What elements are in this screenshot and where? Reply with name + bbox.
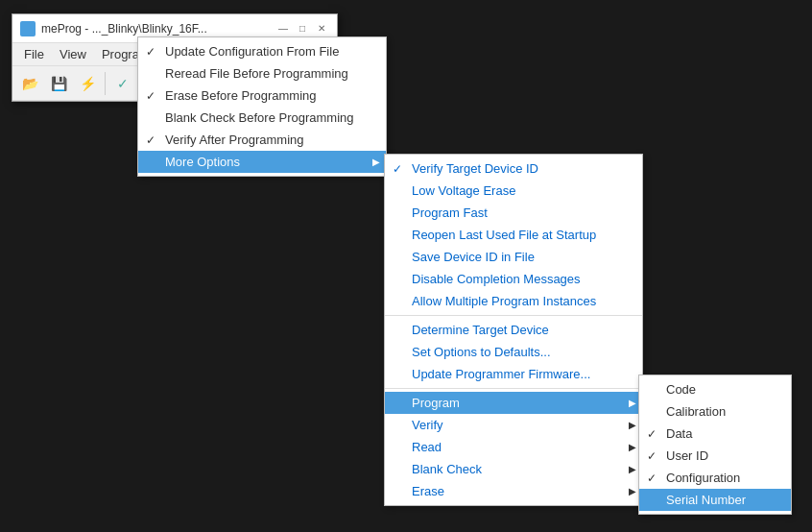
more-options-dropdown: ✓ Verify Target Device ID Low Voltage Er…	[384, 154, 643, 506]
submenu-arrow-icon: ▶	[629, 486, 636, 496]
separator	[385, 388, 642, 389]
menu-update-firmware[interactable]: Update Programmer Firmware...	[385, 363, 642, 385]
menu-erase-sub[interactable]: Erase ▶	[385, 480, 642, 502]
toolbar-verify[interactable]: ✓	[109, 70, 136, 97]
menu-code[interactable]: Code	[639, 378, 791, 400]
menu-disable-completion[interactable]: Disable Completion Messages	[385, 268, 642, 290]
menu-reread-file[interactable]: Reread File Before Programming	[138, 62, 386, 85]
check-icon: ✓	[647, 427, 666, 441]
menu-determine-target[interactable]: Determine Target Device	[385, 319, 642, 341]
menu-set-options[interactable]: Set Options to Defaults...	[385, 341, 642, 363]
maximize-button[interactable]: □	[295, 21, 310, 36]
menu-allow-multiple[interactable]: Allow Multiple Program Instances	[385, 290, 642, 312]
menu-serial-number[interactable]: Serial Number	[639, 489, 791, 511]
menu-program-sub[interactable]: Program ▶	[385, 392, 642, 414]
toolbar-program[interactable]: ⚡	[74, 70, 101, 97]
menu-program-fast[interactable]: Program Fast	[385, 202, 642, 224]
menu-erase-before[interactable]: ✓ Erase Before Programming	[138, 85, 386, 107]
check-icon: ✓	[647, 472, 666, 485]
submenu-arrow-icon: ▶	[629, 464, 636, 474]
menu-calibration[interactable]: Calibration	[639, 400, 791, 423]
menu-view[interactable]: View	[52, 45, 94, 63]
check-icon: ✓	[393, 162, 412, 176]
app-icon	[20, 21, 36, 36]
submenu-arrow-icon: ▶	[629, 442, 636, 452]
check-icon: ✓	[647, 449, 666, 463]
menu-more-options[interactable]: More Options ▶	[138, 151, 386, 173]
submenu-arrow-icon: ▶	[372, 157, 380, 167]
menu-blank-check[interactable]: Blank Check Before Programming	[138, 107, 386, 129]
menu-blank-check-sub[interactable]: Blank Check ▶	[385, 458, 642, 480]
separator	[385, 315, 642, 316]
menu-verify-sub[interactable]: Verify ▶	[385, 414, 642, 436]
submenu-arrow-icon: ▶	[629, 420, 636, 430]
menu-configuration[interactable]: ✓ Configuration	[639, 467, 791, 489]
minimize-button[interactable]: —	[275, 21, 291, 36]
menu-file[interactable]: File	[16, 45, 52, 63]
close-button[interactable]: ✕	[314, 21, 329, 36]
toolbar-save[interactable]: 💾	[45, 70, 72, 97]
options-dropdown: ✓ Update Configuration From File Reread …	[137, 36, 387, 177]
menu-low-voltage[interactable]: Low Voltage Erase	[385, 180, 642, 202]
menu-user-id[interactable]: ✓ User ID	[639, 445, 791, 467]
menu-data[interactable]: ✓ Data	[639, 423, 791, 445]
menu-read-sub[interactable]: Read ▶	[385, 436, 642, 458]
window-title: meProg - ..._Blinky\Blinky_16F...	[41, 22, 207, 36]
check-icon: ✓	[146, 89, 165, 103]
menu-verify-target[interactable]: ✓ Verify Target Device ID	[385, 157, 642, 180]
menu-update-config[interactable]: ✓ Update Configuration From File	[138, 40, 386, 62]
menu-save-device[interactable]: Save Device ID in File	[385, 246, 642, 268]
program-dropdown: Code Calibration ✓ Data ✓ User ID ✓ Conf…	[638, 375, 792, 515]
menu-verify-after[interactable]: ✓ Verify After Programming	[138, 129, 386, 151]
submenu-arrow-icon: ▶	[629, 398, 636, 408]
menu-reopen-last[interactable]: Reopen Last Used File at Startup	[385, 224, 642, 246]
titlebar-controls: — □ ✕	[275, 21, 329, 36]
toolbar-open[interactable]: 📂	[16, 70, 43, 97]
toolbar-separator	[105, 72, 106, 95]
check-icon: ✓	[146, 133, 165, 147]
check-icon: ✓	[146, 45, 165, 59]
